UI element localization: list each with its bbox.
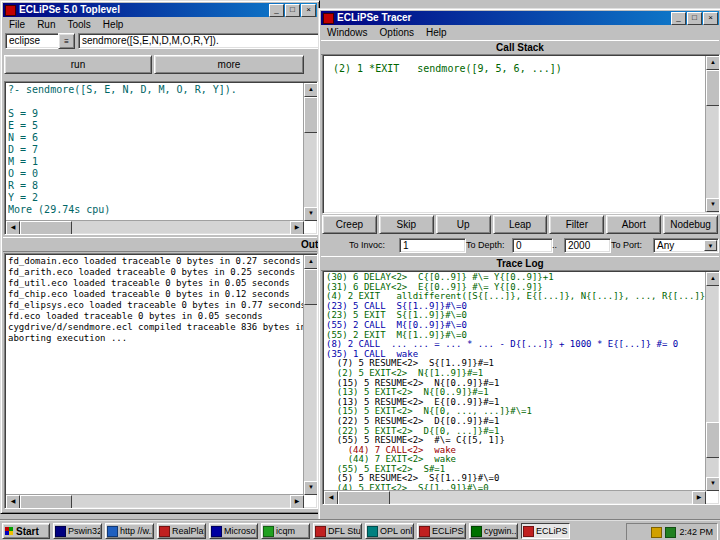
call-stack-pane[interactable]: (2) 1 *EXIT sendmore([9, 5, 6, ...]) ▲▼ — [322, 54, 720, 214]
tracer-titlebar[interactable]: ECLiPSe Tracer _ □ × — [321, 11, 719, 25]
trace-log-horizontal-scrollbar[interactable]: ◀▶ — [324, 490, 706, 503]
depth-from-entry[interactable]: 0 — [512, 238, 553, 253]
scroll-left-button[interactable]: ◀ — [324, 491, 338, 505]
results-horizontal-scrollbar[interactable]: ◀▶ — [6, 220, 304, 233]
taskbar-item[interactable]: RealPlayer — [157, 523, 206, 539]
depth-range-dots: .. — [552, 237, 557, 254]
scroll-down-button[interactable]: ▼ — [304, 207, 318, 221]
maximize-button[interactable]: □ — [285, 4, 300, 17]
scroll-down-button[interactable]: ▼ — [706, 198, 720, 212]
eclipse-icon — [419, 526, 430, 537]
scroll-right-button[interactable]: ▶ — [290, 495, 304, 509]
scroll-up-button[interactable]: ▲ — [706, 56, 720, 70]
abort-button[interactable]: Abort — [606, 215, 661, 234]
depth-to-entry[interactable]: 2000 — [564, 238, 611, 253]
taskbar-item[interactable]: icqm — [261, 523, 310, 539]
volume-icon[interactable] — [651, 527, 662, 538]
taskbar-item[interactable]: OPL onlin... — [365, 523, 414, 539]
task-label: Pswin32 — [68, 526, 100, 536]
start-label: Start — [16, 526, 39, 537]
call-stack-vertical-scrollbar[interactable]: ▲▼ — [705, 56, 718, 212]
goal-history-button[interactable]: ≡ — [58, 33, 75, 49]
output-line: cygdrive/d/sendmore.ecl compiled traceab… — [8, 322, 303, 333]
results-pane[interactable]: ?- sendmore([S, E, N, D, M, O, R, Y]). S… — [4, 81, 318, 235]
taskbar-item[interactable]: Microsoft... — [209, 523, 258, 539]
scrollbar-thumb[interactable] — [20, 221, 72, 235]
start-button[interactable]: Start — [2, 523, 50, 539]
menu-windows[interactable]: Windows — [321, 26, 374, 39]
goal-entry[interactable]: sendmore([S,E,N,D,M,O,R,Y]). — [78, 33, 320, 49]
scroll-up-button[interactable]: ▲ — [304, 255, 318, 269]
taskbar-item[interactable]: ECLiPSe... — [417, 523, 466, 539]
task-label: icqm — [276, 526, 295, 536]
windows-logo-icon — [5, 527, 13, 535]
more-button[interactable]: more — [154, 55, 304, 74]
tracer-window: ECLiPSe Tracer _ □ × WindowsOptionsHelp … — [318, 8, 720, 521]
scroll-down-button[interactable]: ▼ — [706, 477, 720, 491]
scroll-left-button[interactable]: ◀ — [6, 495, 20, 509]
up-button[interactable]: Up — [436, 215, 491, 234]
chevron-down-icon[interactable]: ▼ — [704, 240, 717, 251]
filter-button[interactable]: Filter — [549, 215, 604, 234]
menu-tools[interactable]: Tools — [61, 18, 96, 31]
scrollbar-thumb[interactable] — [20, 495, 72, 509]
menu-file[interactable]: File — [3, 18, 31, 31]
results-vertical-scrollbar[interactable]: ▲▼ — [303, 83, 316, 221]
scrollbar-thumb[interactable] — [706, 70, 720, 106]
output-horizontal-scrollbar[interactable]: ◀▶ — [6, 494, 304, 507]
nodebug-button[interactable]: Nodebug — [663, 215, 718, 234]
scroll-down-button[interactable]: ▼ — [304, 481, 318, 495]
minimize-button[interactable]: _ — [269, 4, 284, 17]
trace-log-header: Trace Log — [321, 256, 719, 271]
scroll-up-button[interactable]: ▲ — [706, 272, 720, 286]
scroll-right-button[interactable]: ▶ — [290, 221, 304, 235]
scrollbar-thumb[interactable] — [304, 97, 318, 133]
scroll-right-button[interactable]: ▶ — [692, 491, 706, 505]
menu-options[interactable]: Options — [374, 26, 420, 39]
leap-button[interactable]: Leap — [493, 215, 548, 234]
cygwin-icon — [471, 526, 482, 537]
creep-button[interactable]: Creep — [322, 215, 377, 234]
trace-log-pane[interactable]: (30) 6 DELAY<2> C{[0..9]} #\= Y{[0..9]}+… — [322, 270, 720, 505]
to-invoc-entry[interactable]: 1 — [399, 238, 466, 253]
close-button[interactable]: × — [703, 12, 718, 25]
scrollbar-thumb[interactable] — [304, 269, 318, 305]
results-line: M = 1 — [8, 156, 303, 168]
taskbar-item[interactable]: cygwin... — [469, 523, 518, 539]
toplevel-titlebar[interactable]: ECLiPSe 5.0 Toplevel _ □ × — [3, 3, 317, 17]
menu-help[interactable]: Help — [97, 18, 130, 31]
call-stack-header-label: Call Stack — [321, 41, 719, 54]
results-line: Y = 2 — [8, 192, 303, 204]
taskbar-item[interactable]: DFL Stud... — [313, 523, 362, 539]
scrollbar-thumb[interactable] — [706, 422, 720, 458]
scrollbar-thumb[interactable] — [338, 491, 390, 505]
task-label: cygwin... — [484, 526, 516, 536]
menu-help[interactable]: Help — [420, 26, 453, 39]
module-combo[interactable]: eclipse — [5, 33, 60, 49]
trace-log-vertical-scrollbar[interactable]: ▲▼ — [705, 272, 718, 491]
results-line: ?- sendmore([S, E, N, D, M, O, R, Y]). — [8, 84, 303, 96]
to-port-combo[interactable]: Any ▼ — [653, 238, 719, 253]
output-line: fd_chip.eco loaded traceable 0 bytes in … — [8, 289, 303, 300]
eclipse-app-icon — [5, 5, 16, 16]
output-line: aborting execution ... — [8, 333, 303, 344]
taskbar-item[interactable]: ECLiPS... — [521, 523, 570, 539]
call-stack-header: Call Stack — [321, 40, 719, 55]
output-line: fd.eco loaded traceable 0 bytes in 0.05 … — [8, 311, 303, 322]
menu-run[interactable]: Run — [31, 18, 61, 31]
scroll-up-button[interactable]: ▲ — [304, 83, 318, 97]
results-line — [8, 96, 303, 108]
close-button[interactable]: × — [301, 4, 316, 17]
taskbar-item[interactable]: http //w... — [105, 523, 154, 539]
minimize-button[interactable]: _ — [671, 12, 686, 25]
skip-button[interactable]: Skip — [379, 215, 434, 234]
network-icon[interactable] — [665, 527, 676, 538]
output-vertical-scrollbar[interactable]: ▲▼ — [303, 255, 316, 495]
taskbar-item[interactable]: Pswin32 — [53, 523, 102, 539]
opl-icon — [367, 526, 378, 537]
output-pane[interactable]: fd_domain.eco loaded traceable 0 bytes i… — [4, 253, 318, 509]
scroll-left-button[interactable]: ◀ — [6, 221, 20, 235]
trace-log-header-label: Trace Log — [321, 257, 719, 270]
maximize-button[interactable]: □ — [687, 12, 702, 25]
run-button[interactable]: run — [4, 55, 152, 74]
